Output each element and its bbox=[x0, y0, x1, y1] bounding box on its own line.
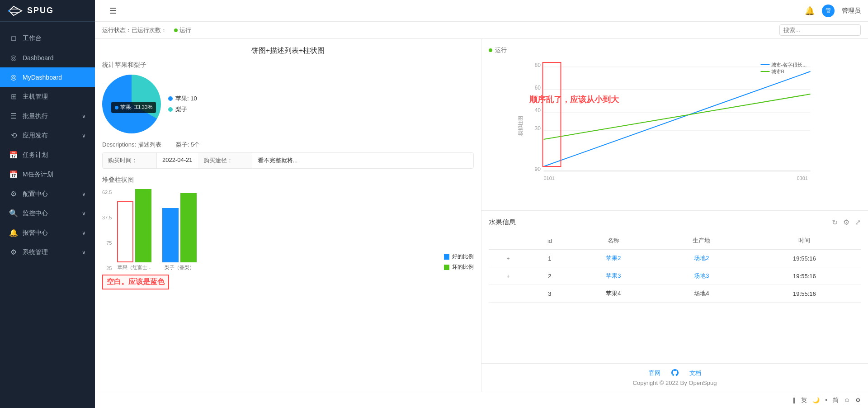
row-expand-icon-2[interactable]: + bbox=[507, 273, 510, 280]
footer-link-github[interactable] bbox=[671, 369, 679, 378]
sidebar-item-alarm[interactable]: 🔔 报警中心 ∨ bbox=[0, 223, 95, 242]
layout: □ 工作台 ◎ Dashboard ◎ MyDashboard ⊞ 主机管理 ☰… bbox=[0, 0, 868, 408]
settings-icon[interactable]: ⚙ bbox=[843, 218, 849, 227]
status-dot bbox=[489, 48, 492, 52]
workbench-icon: □ bbox=[9, 34, 18, 43]
legend-dot-pear bbox=[168, 107, 173, 112]
sidebar-item-batch[interactable]: ☰ 批量执行 ∨ bbox=[0, 106, 95, 126]
sidebar-item-label: 配置中心 bbox=[23, 190, 48, 198]
sidebar-item-label: 报警中心 bbox=[23, 229, 48, 237]
top-header: ☰ 🔔 管 管理员 bbox=[0, 0, 868, 22]
bar-legend-bad: 坏的比例 bbox=[444, 263, 474, 271]
cell-name-link-2[interactable]: 苹果3 bbox=[606, 272, 621, 279]
sidebar-item-host[interactable]: ⊞ 主机管理 bbox=[0, 87, 95, 106]
sidebar-item-mtask[interactable]: 📅 M任务计划 bbox=[0, 165, 95, 184]
y-label-3: 25 bbox=[106, 266, 112, 271]
cell-time-2: 19:55:16 bbox=[748, 267, 861, 285]
task-icon: 📅 bbox=[9, 151, 18, 159]
chevron-down-icon: ∨ bbox=[82, 191, 86, 197]
row-expand-icon-1[interactable]: + bbox=[507, 256, 510, 262]
cell-origin-link-2[interactable]: 场地3 bbox=[694, 272, 709, 279]
table-actions: ↻ ⚙ ⤢ bbox=[832, 218, 861, 227]
pie-legend: 苹果: 10 梨子 bbox=[168, 95, 197, 114]
desc-header-row: Descriptions: 描述列表 梨子: 5个 bbox=[102, 141, 474, 149]
sidebar-item-workbench[interactable]: □ 工作台 bbox=[0, 29, 95, 48]
sidebar-logo: SPUG bbox=[0, 0, 95, 22]
cell-origin-link-1[interactable]: 场地2 bbox=[694, 255, 709, 261]
svg-text:60: 60 bbox=[535, 85, 541, 91]
svg-text:30: 30 bbox=[535, 125, 541, 132]
language-toggle[interactable]: 英 bbox=[801, 396, 807, 404]
cell-name-3: 苹果4 bbox=[572, 285, 655, 303]
notification-bell-icon[interactable]: 🔔 bbox=[805, 6, 815, 16]
footer-link-website[interactable]: 官网 bbox=[649, 369, 660, 378]
chart-title: 饼图+描述列表+柱状图 bbox=[102, 46, 474, 56]
cell-id-2: 2 bbox=[528, 267, 572, 285]
refresh-icon[interactable]: ↻ bbox=[832, 218, 838, 227]
sidebar-item-deploy[interactable]: ⟲ 应用发布 ∨ bbox=[0, 126, 95, 145]
chevron-down-icon: ∨ bbox=[82, 113, 86, 119]
annotation-text: 空白。应该是蓝色 bbox=[107, 278, 165, 285]
sidebar-item-label: 系统管理 bbox=[23, 248, 48, 256]
legend-item-pear: 梨子 bbox=[168, 105, 197, 114]
search-input[interactable] bbox=[779, 24, 861, 36]
content-grid: 饼图+描述列表+柱状图 统计苹果和梨子 苹果: 33.33% bbox=[95, 39, 868, 392]
svg-text:0101: 0101 bbox=[544, 176, 555, 181]
bottom-dot: • bbox=[825, 397, 827, 403]
menu-toggle-button[interactable]: ☰ bbox=[109, 6, 117, 16]
system-icon: ⚙ bbox=[9, 248, 18, 256]
mtask-icon: 📅 bbox=[9, 170, 18, 179]
desc-label-time: 购买时间： bbox=[103, 153, 157, 168]
chevron-down-icon: ∨ bbox=[82, 210, 86, 217]
pie-tooltip: 苹果: 33.33% bbox=[111, 102, 156, 113]
bar-apple-bad-seg bbox=[135, 189, 151, 262]
expand-icon[interactable]: ⤢ bbox=[855, 218, 861, 227]
sidebar-item-label: MyDashboard bbox=[23, 74, 62, 81]
footer-link-docs[interactable]: 文档 bbox=[689, 369, 701, 378]
left-panel: 饼图+描述列表+柱状图 统计苹果和梨子 苹果: 33.33% bbox=[95, 39, 481, 392]
user-name[interactable]: 管理员 bbox=[842, 7, 861, 15]
col-expand bbox=[489, 232, 528, 250]
col-name: 名称 bbox=[572, 232, 655, 250]
desc-row-time: 购买时间： 2022-04-21 购买途径： 看不完整就将... bbox=[103, 153, 473, 168]
y-label-2: 75 bbox=[106, 240, 112, 246]
status-green-dot bbox=[174, 28, 178, 32]
svg-text:城市-名字很长...: 城市-名字很长... bbox=[771, 62, 807, 67]
sidebar-item-label: 批量执行 bbox=[23, 112, 48, 120]
emoji-icon[interactable]: ☺ bbox=[844, 397, 850, 403]
chevron-down-icon: ∨ bbox=[82, 133, 86, 139]
sidebar-nav: □ 工作台 ◎ Dashboard ◎ MyDashboard ⊞ 主机管理 ☰… bbox=[0, 25, 95, 262]
sidebar-item-task[interactable]: 📅 任务计划 bbox=[0, 145, 95, 165]
bar-group-pear: 梨子（香梨） bbox=[162, 193, 197, 271]
cell-name-link-1[interactable]: 苹果2 bbox=[606, 255, 621, 261]
sidebar-item-config[interactable]: ⚙ 配置中心 ∨ bbox=[0, 184, 95, 204]
top-info-strip: 运行状态：已运行次数： 运行 bbox=[95, 22, 868, 39]
locale-toggle[interactable]: 简 bbox=[833, 396, 839, 404]
bottom-separator: ‖ bbox=[793, 397, 796, 403]
avatar: 管 bbox=[822, 5, 835, 17]
line-chart-svg: 80 60 40 30 90 模拟柱图 bbox=[489, 58, 861, 194]
sidebar-item-label: 工作台 bbox=[23, 34, 42, 43]
host-icon: ⊞ bbox=[9, 92, 18, 101]
bar-chart-title: 堆叠柱状图 bbox=[102, 176, 474, 184]
theme-moon-icon[interactable]: 🌙 bbox=[812, 397, 820, 403]
main-content: 运行状态：已运行次数： 运行 饼图+描述列表+柱状图 统计苹果和梨子 bbox=[95, 22, 868, 408]
sidebar-item-system[interactable]: ⚙ 系统管理 ∨ bbox=[0, 242, 95, 262]
bottom-bar: ‖ 英 🌙 • 简 ☺ ⚙ bbox=[95, 392, 868, 408]
cell-time-3: 19:55:16 bbox=[748, 285, 861, 303]
sidebar-item-dashboard[interactable]: ◎ Dashboard bbox=[0, 48, 95, 67]
annotation-box: 空白。应该是蓝色 bbox=[102, 275, 169, 289]
dashboard-icon: ◎ bbox=[9, 53, 18, 62]
github-icon bbox=[671, 369, 679, 376]
sidebar-item-mydashboard[interactable]: ◎ MyDashboard bbox=[0, 67, 95, 87]
sidebar-item-monitor[interactable]: 🔍 监控中心 ∨ bbox=[0, 204, 95, 223]
svg-rect-20 bbox=[543, 62, 561, 166]
table-row: + 1 苹果2 场地2 19:55:16 bbox=[489, 250, 861, 267]
svg-line-18 bbox=[544, 71, 811, 166]
descriptions-table: 购买时间： 2022-04-21 购买途径： 看不完整就将... bbox=[102, 152, 474, 169]
bar-annotation-container: 空白。应该是蓝色 bbox=[102, 275, 474, 289]
bottom-settings-icon[interactable]: ⚙ bbox=[855, 397, 861, 403]
bar-pear-good-seg bbox=[162, 208, 179, 262]
pie-area: 苹果: 33.33% 苹果: 10 梨子 bbox=[102, 75, 474, 133]
mydashboard-icon: ◎ bbox=[9, 73, 18, 81]
